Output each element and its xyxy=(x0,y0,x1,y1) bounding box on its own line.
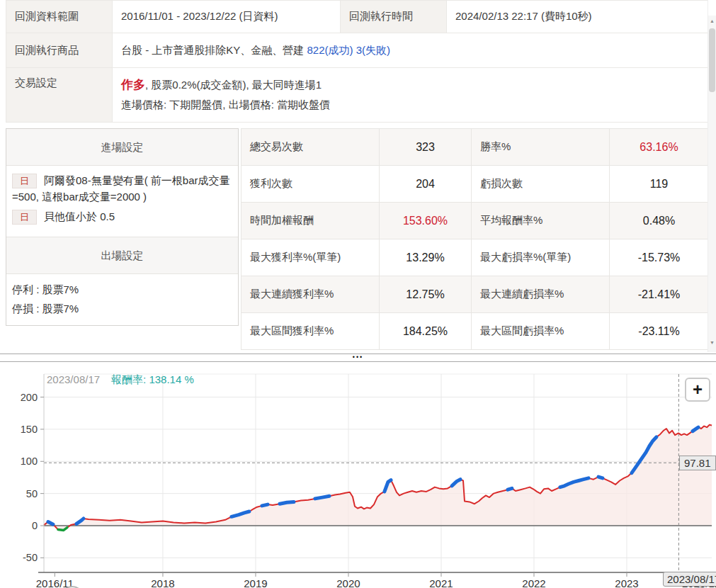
stat-value: 119 xyxy=(610,166,709,203)
y-tick-label: 200 xyxy=(21,392,38,403)
y-tick-label: 150 xyxy=(21,424,38,435)
trade-settings-cell: 作多, 股票0.2%(成交金額), 最大同時進場1 進場價格: 下期開盤價, 出… xyxy=(113,68,709,123)
stat-value: 184.25% xyxy=(380,313,472,350)
exec-time-value: 2024/02/13 22:17 (費時10秒) xyxy=(447,1,709,33)
backtest-summary-section: 回測資料範圍 2016/11/01 - 2023/12/22 (日資料) 回測執… xyxy=(0,0,716,350)
entry-conditions-list: 日阿爾發08-無量變有量( 前一根bar成交量=500, 這根bar成交量=20… xyxy=(6,166,238,237)
stat-value: 0.48% xyxy=(610,203,709,239)
fail-count-link[interactable]: 3(失敗) xyxy=(356,44,390,56)
stat-label: 最大區間獲利率% xyxy=(241,313,380,350)
scrollbar-thumb[interactable] xyxy=(709,28,715,92)
y-tick-label: 0 xyxy=(32,520,38,531)
x-tick-label: 2019 xyxy=(244,577,267,588)
stat-row: 時間加權報酬153.60%平均報酬率%0.48% xyxy=(241,203,709,239)
backtest-info-table: 回測資料範圍 2016/11/01 - 2023/12/22 (日資料) 回測執… xyxy=(6,0,709,123)
strategy-settings-panel: 進場設定 日阿爾發08-無量變有量( 前一根bar成交量=500, 這根bar成… xyxy=(6,128,239,326)
x-tick-label: 2022 xyxy=(522,577,545,588)
x-tick-label: 2018 xyxy=(151,577,174,588)
area-fill xyxy=(44,425,712,531)
product-label: 回測執行商品 xyxy=(6,33,113,68)
stat-value: -23.11% xyxy=(610,313,709,350)
stat-label: 平均報酬率% xyxy=(472,203,610,239)
stat-row: 總交易次數323勝率%63.16% xyxy=(241,129,709,166)
entry-condition: 日貝他值小於 0.5 xyxy=(12,209,232,225)
stat-value: 204 xyxy=(380,166,472,203)
stat-label: 總交易次數 xyxy=(241,129,380,166)
data-range-label: 回測資料範圍 xyxy=(6,1,113,33)
stop-loss-rule: 停損 : 股票7% xyxy=(12,299,232,318)
stat-row: 獲利次數204虧損次數119 xyxy=(241,166,709,203)
pane-splitter[interactable]: ••• xyxy=(0,354,716,362)
stat-label: 時間加權報酬 xyxy=(241,203,380,239)
panels-row: 進場設定 日阿爾發08-無量變有量( 前一根bar成交量=500, 這根bar成… xyxy=(6,128,716,350)
stat-label: 虧損次數 xyxy=(472,166,610,203)
stat-row: 最大連續獲利率%12.75%最大連續虧損率%-21.41% xyxy=(241,276,709,313)
zoom-in-button[interactable]: + xyxy=(685,378,710,402)
performance-stats-table: 總交易次數323勝率%63.16%獲利次數204虧損次數119時間加權報酬153… xyxy=(241,128,709,350)
equity-curve-chart[interactable]: 2016/112018201920202021202220232023/1220… xyxy=(0,365,716,588)
daily-frequency-badge: 日 xyxy=(12,210,37,225)
stat-value: 12.75% xyxy=(380,276,472,313)
product-value-cell: 台股 - 上市普通股排除KY、金融、營建 822(成功) 3(失敗) xyxy=(113,33,709,68)
splitter-grip-icon[interactable]: ••• xyxy=(353,354,363,361)
in-position-segment xyxy=(280,502,294,504)
crosshair-return: 報酬率: 138.14 % xyxy=(111,373,194,385)
stat-row: 最大獲利率%(單筆)13.29%最大虧損率%(單筆)-15.73% xyxy=(241,239,709,276)
chart-crosshair-readout: 2023/08/17報酬率: 138.14 % xyxy=(47,373,194,387)
stat-label: 勝率% xyxy=(472,129,610,166)
stat-label: 最大區間虧損率% xyxy=(472,313,610,350)
scroll-down-icon[interactable]: ▼ xyxy=(708,340,716,345)
exit-settings-header: 出場設定 xyxy=(6,237,238,274)
in-position-segment xyxy=(315,496,329,499)
stat-label: 最大連續獲利率% xyxy=(241,276,380,313)
daily-frequency-badge: 日 xyxy=(12,174,37,188)
y-tick-label: -50 xyxy=(23,552,38,563)
stat-value: -15.73% xyxy=(610,239,709,276)
stat-label: 最大連續虧損率% xyxy=(472,276,610,313)
crosshair-date: 2023/08/17 xyxy=(47,373,100,385)
stat-value: -21.41% xyxy=(610,276,709,313)
entry-condition: 日阿爾發08-無量變有量( 前一根bar成交量=500, 這根bar成交量=20… xyxy=(12,173,232,205)
stat-label: 最大獲利率%(單筆) xyxy=(241,239,380,276)
data-range-value: 2016/11/01 - 2023/12/22 (日資料) xyxy=(113,1,341,33)
in-position-segment xyxy=(262,504,268,506)
in-position-segment xyxy=(48,522,53,525)
x-tick-label: 2023 xyxy=(615,577,638,588)
x-tick-label: 2021 xyxy=(429,577,453,588)
stat-value: 323 xyxy=(380,129,472,166)
product-value: 台股 - 上市普通股排除KY、金融、營建 xyxy=(121,44,304,56)
trade-settings-rest: , 股票0.2%(成交金額), 最大同時進場1 xyxy=(145,79,322,91)
stat-label: 最大虧損率%(單筆) xyxy=(472,239,610,276)
stat-value: 63.16% xyxy=(610,129,709,166)
condition-text: 貝他值小於 0.5 xyxy=(44,210,115,222)
vertical-scrollbar[interactable]: ▲ ▼ xyxy=(708,0,716,352)
x-tick-label: 2020 xyxy=(336,577,360,588)
scroll-up-icon[interactable]: ▲ xyxy=(708,18,716,23)
x-axis-tooltip: 2023/08/17 xyxy=(663,572,716,587)
success-count-link[interactable]: 822(成功) xyxy=(307,44,353,56)
exit-settings-list: 停利 : 股票7% 停損 : 股票7% xyxy=(6,274,238,325)
in-position-segment xyxy=(508,488,512,490)
stat-value: 13.29% xyxy=(380,239,472,276)
trade-settings-label: 交易設定 xyxy=(6,68,113,123)
trade-settings-line1: 作多, 股票0.2%(成交金額), 最大同時進場1 xyxy=(121,74,700,96)
stat-row: 最大區間獲利率%184.25%最大區間虧損率%-23.11% xyxy=(241,313,709,350)
entry-settings-header: 進場設定 xyxy=(6,129,238,166)
y-tick-label: 100 xyxy=(21,456,38,467)
in-position-segment xyxy=(598,477,603,478)
trade-settings-line2: 進場價格: 下期開盤價, 出場價格: 當期收盤價 xyxy=(121,96,700,114)
condition-text: 阿爾發08-無量變有量( 前一根bar成交量=500, 這根bar成交量=200… xyxy=(12,174,230,203)
stat-value: 153.60% xyxy=(380,203,472,239)
stat-label: 獲利次數 xyxy=(241,166,380,203)
trade-direction: 作多 xyxy=(121,78,145,91)
y-tick-label: 50 xyxy=(26,488,38,499)
y-axis-tooltip: 97.81 xyxy=(679,456,716,470)
chart-canvas[interactable]: 2016/112018201920202021202220232023/1220… xyxy=(0,365,716,588)
take-profit-rule: 停利 : 股票7% xyxy=(12,280,232,299)
exec-time-label: 回測執行時間 xyxy=(341,1,447,33)
